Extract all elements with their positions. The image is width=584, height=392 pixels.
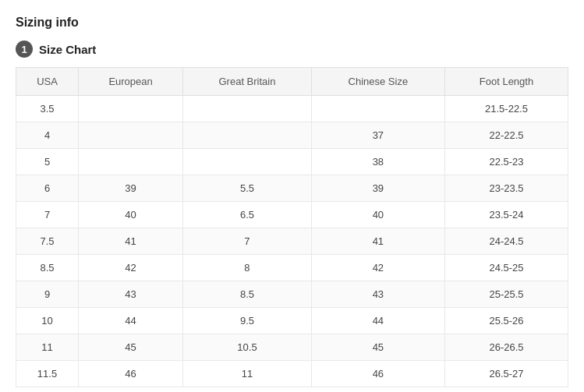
table-row: 53822.5-23	[16, 149, 568, 175]
table-header-cell: Great Britain	[183, 68, 312, 96]
table-cell: 24.5-25	[444, 255, 568, 281]
table-row: 114510.54526-26.5	[16, 334, 568, 361]
table-cell: 26-26.5	[444, 334, 568, 361]
table-row: 9438.54325-25.5	[16, 281, 568, 308]
table-cell: 4	[16, 122, 79, 149]
table-cell	[78, 96, 182, 122]
table-cell: 25.5-26	[444, 308, 568, 334]
table-cell: 11	[16, 334, 79, 361]
table-cell: 23.5-24	[444, 202, 568, 228]
table-row: 8.54284224.5-25	[16, 255, 568, 281]
table-cell: 5	[16, 149, 79, 175]
table-cell: 39	[311, 175, 444, 202]
table-cell: 37	[311, 122, 444, 149]
table-cell	[78, 149, 182, 175]
table-cell: 8.5	[183, 281, 312, 308]
table-cell: 10	[16, 308, 79, 334]
table-cell: 41	[311, 228, 444, 255]
table-row: 43722-22.5	[16, 122, 568, 149]
table-header-cell: Foot Length	[444, 68, 568, 96]
section-title: Size Chart	[39, 43, 96, 56]
table-row: 10449.54425.5-26	[16, 308, 568, 334]
table-cell: 9	[16, 281, 79, 308]
table-row: 7406.54023.5-24	[16, 202, 568, 228]
table-cell: 40	[311, 202, 444, 228]
table-cell: 11.5	[16, 361, 79, 387]
table-cell	[183, 122, 312, 149]
table-header-cell: USA	[16, 68, 79, 96]
table-header-cell: Chinese Size	[311, 68, 444, 96]
table-cell: 7	[183, 228, 312, 255]
page-title: Sizing info	[16, 16, 568, 30]
table-cell	[183, 96, 312, 122]
section-badge: 1	[16, 41, 33, 58]
table-cell: 40	[78, 202, 182, 228]
table-row: 3.521.5-22.5	[16, 96, 568, 122]
table-cell: 6	[16, 175, 79, 202]
table-cell: 5.5	[183, 175, 312, 202]
table-cell: 22.5-23	[444, 149, 568, 175]
table-cell: 25-25.5	[444, 281, 568, 308]
table-cell: 8	[183, 255, 312, 281]
table-header-cell: European	[78, 68, 182, 96]
table-cell: 7	[16, 202, 79, 228]
table-cell: 46	[311, 361, 444, 387]
table-cell: 10.5	[183, 334, 312, 361]
table-row: 6395.53923-23.5	[16, 175, 568, 202]
table-row: 11.546114626.5-27	[16, 361, 568, 387]
table-cell: 38	[311, 149, 444, 175]
table-cell: 6.5	[183, 202, 312, 228]
table-cell: 21.5-22.5	[444, 96, 568, 122]
table-cell: 23-23.5	[444, 175, 568, 202]
table-cell: 45	[311, 334, 444, 361]
table-cell: 26.5-27	[444, 361, 568, 387]
table-cell: 9.5	[183, 308, 312, 334]
table-cell: 44	[78, 308, 182, 334]
table-cell	[311, 96, 444, 122]
table-cell: 43	[78, 281, 182, 308]
section-header: 1 Size Chart	[16, 41, 568, 58]
table-cell: 39	[78, 175, 182, 202]
size-chart-table: USAEuropeanGreat BritainChinese SizeFoot…	[16, 67, 568, 387]
table-cell: 11	[183, 361, 312, 387]
table-cell: 42	[311, 255, 444, 281]
table-cell: 41	[78, 228, 182, 255]
table-cell: 3.5	[16, 96, 79, 122]
table-cell	[183, 149, 312, 175]
table-cell: 8.5	[16, 255, 79, 281]
table-cell: 42	[78, 255, 182, 281]
page-container: Sizing info 1 Size Chart USAEuropeanGrea…	[16, 16, 568, 387]
table-cell: 45	[78, 334, 182, 361]
table-cell	[78, 122, 182, 149]
table-cell: 7.5	[16, 228, 79, 255]
table-cell: 44	[311, 308, 444, 334]
table-cell: 43	[311, 281, 444, 308]
table-header-row: USAEuropeanGreat BritainChinese SizeFoot…	[16, 68, 568, 96]
table-cell: 24-24.5	[444, 228, 568, 255]
table-row: 7.54174124-24.5	[16, 228, 568, 255]
table-cell: 22-22.5	[444, 122, 568, 149]
table-cell: 46	[78, 361, 182, 387]
